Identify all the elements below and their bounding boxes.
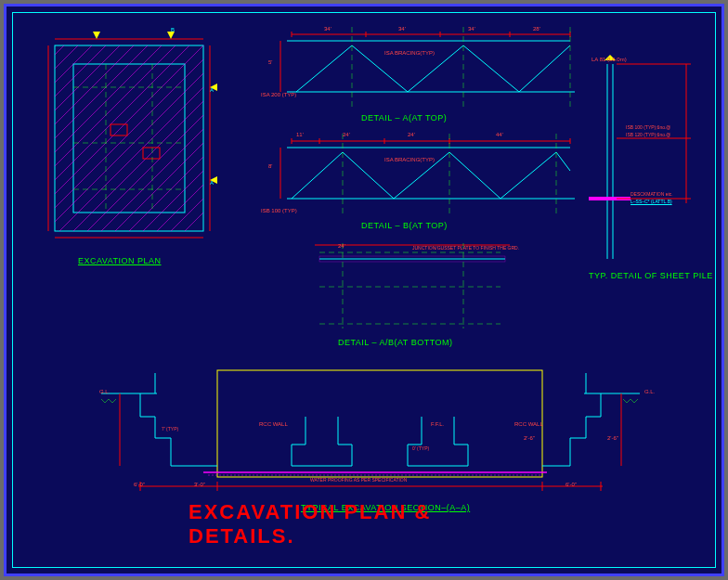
svg-marker-39 — [167, 32, 175, 39]
section-marker-a1: A — [210, 87, 214, 93]
isb100: ISB 100 (TYP) — [261, 208, 297, 213]
isb120-typ: ISB 120 (TYP);6no.@ — [626, 132, 670, 137]
isa-bracing: ISA BRACING(TYP) — [384, 50, 435, 56]
dim-24a: 24' — [343, 132, 350, 137]
dim-5: 5' — [268, 59, 272, 65]
detail-ab-bottom-svg — [306, 236, 519, 338]
svg-line-17 — [87, 115, 203, 231]
svg-line-9 — [55, 45, 162, 152]
detail-ab-bottom-label: DETAIL – A/B(AT BOTTOM) — [338, 338, 453, 347]
svg-line-23 — [171, 199, 203, 231]
dim-44: 44' — [496, 132, 503, 137]
excavation-plan-svg — [41, 32, 217, 254]
dim-7-typ: 7' (TYP) — [162, 426, 178, 432]
detail-a-top-svg — [264, 27, 584, 120]
waterproofing: WATER PROOFING AS PER SPECIFICATION — [310, 477, 407, 483]
dim-0-typ: 0' (TYP) — [412, 445, 429, 451]
isa200-a: ISA 200 (TYP) — [261, 92, 296, 97]
svg-line-16 — [73, 101, 203, 231]
dim-24b: 24' — [408, 132, 415, 137]
svg-line-24 — [185, 213, 203, 231]
sheet-pile-label: TYP. DETAIL OF SHEET PILE — [589, 271, 713, 280]
junction-plate: JUNCTION/GUSSET PLATE TO FINISH THE GRD. — [412, 245, 519, 251]
dim-34-3: 34' — [468, 26, 475, 32]
svg-line-12 — [55, 45, 203, 194]
dim-6-0b: 6'-0" — [566, 482, 577, 487]
drawing-title: EXCAVATION PLAN & DETAILS. — [188, 500, 540, 548]
section-marker-b: B — [171, 27, 175, 32]
dim-6-0a: 6'-0" — [134, 482, 145, 487]
gl-a: G.L. — [99, 389, 110, 394]
dim-2-6a: 2'-6" — [524, 435, 535, 441]
section-marker-a2: A — [210, 180, 214, 186]
rcc-wall-b: RCC WALL — [514, 421, 543, 427]
svg-line-3 — [55, 45, 78, 69]
dim-2-6b: 2'-6" — [607, 435, 618, 441]
dim-8: 8' — [268, 163, 272, 169]
detail-a-top-label: DETAIL – A(AT TOP) — [361, 113, 447, 122]
svg-marker-38 — [93, 32, 100, 39]
svg-line-2 — [55, 45, 64, 55]
isb100-typ: ISB 100 (TYP);6no.@ — [626, 124, 670, 130]
svg-line-8 — [55, 45, 148, 138]
dim-3-0: 3'-0" — [194, 482, 205, 487]
svg-line-15 — [59, 87, 203, 231]
detail-b-top-svg — [264, 134, 584, 226]
dim-28: 28' — [533, 26, 540, 32]
dim-24-bot: 24' — [338, 243, 345, 249]
sheet-pile-code: L–SS–C* (LATTL.B) — [630, 199, 672, 204]
ffl: F.F.L. — [431, 421, 444, 427]
gl-b: G.L. — [644, 389, 655, 394]
svg-line-13 — [55, 59, 203, 208]
svg-line-6 — [55, 45, 120, 110]
svg-line-5 — [55, 45, 106, 97]
la81: LA 81 (L6.0m) — [592, 57, 627, 62]
drawing-frame: A A B EXCAVATION PLAN 34' 34' 34' 28' 5'… — [4, 4, 724, 576]
dim-34-1: 34' — [324, 26, 332, 32]
desc-sp: DESCKMATION etc. — [630, 191, 673, 197]
rcc-wall-a: RCC WALL — [259, 421, 288, 427]
dim-34-2: 34' — [398, 26, 406, 32]
detail-b-top-label: DETAIL – B(AT TOP) — [361, 221, 448, 230]
isa-bracing2: ISA BRACING(TYP) — [384, 157, 435, 162]
excavation-plan-label: EXCAVATION PLAN — [78, 256, 162, 265]
sheet-pile-svg — [579, 55, 709, 268]
drawing-area: A A B EXCAVATION PLAN 34' 34' 34' 28' 5'… — [12, 12, 716, 568]
svg-line-11 — [55, 45, 189, 180]
dim-11: 11' — [296, 132, 304, 137]
svg-line-22 — [157, 185, 203, 231]
svg-rect-1 — [73, 64, 185, 213]
svg-line-20 — [129, 157, 203, 231]
svg-line-14 — [55, 73, 203, 222]
